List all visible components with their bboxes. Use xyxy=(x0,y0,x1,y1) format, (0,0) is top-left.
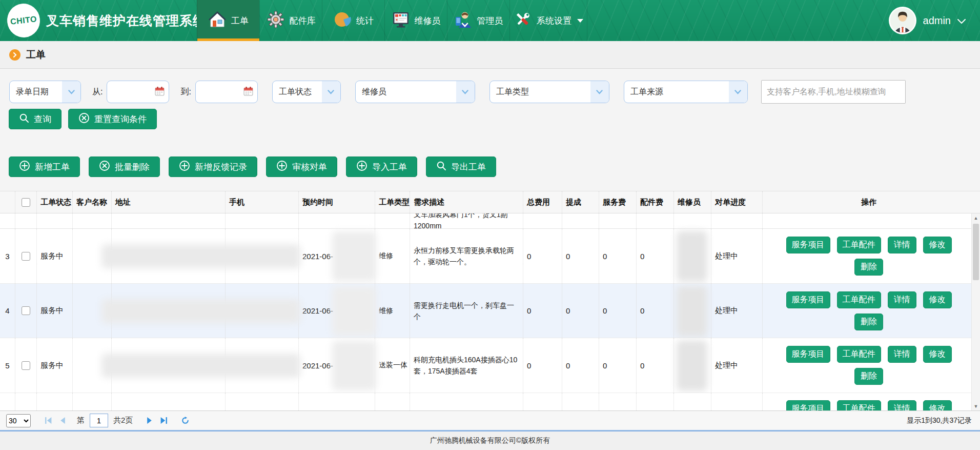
vertical-scrollbar[interactable]: ▲ ▼ xyxy=(971,213,980,410)
table-row: 5 服务中 2021-06- 送装一体 科朗充电机插头160A接插器心10套，1… xyxy=(0,338,980,393)
row-checkbox-cell xyxy=(15,284,37,338)
refresh-icon[interactable] xyxy=(178,414,192,427)
from-label: 从: xyxy=(92,87,103,97)
order-type: 维修 xyxy=(375,229,410,283)
order-parts-button[interactable]: 工单配件 xyxy=(837,291,881,308)
row-actions: 服务项目 工单配件 详情 修改 xyxy=(763,393,971,410)
description-text: 科朗充电机插头160A接插器心10套，175A接插器4套 xyxy=(414,352,523,379)
order-type-select[interactable]: 工单类型 xyxy=(489,81,609,103)
orders-table: 工单状态 客户名称 地址 手机 预约时间 工单类型 需求描述 总费用 提成 服务… xyxy=(0,191,980,410)
delete-button[interactable]: 删除 xyxy=(854,259,883,276)
description-cell: 需更换行走电机一个，刹车盘一个 xyxy=(410,284,523,338)
chito-logo: CHITO xyxy=(6,2,42,39)
calendar-icon xyxy=(243,86,253,98)
edit-button[interactable]: 修改 xyxy=(923,400,952,410)
search-icon xyxy=(19,113,29,126)
first-page-icon[interactable] xyxy=(41,414,55,427)
select-all-checkbox[interactable] xyxy=(22,198,30,207)
nav-tab-statistics[interactable]: 统计 xyxy=(322,0,384,41)
col-header-phone: 手机 xyxy=(226,191,299,213)
col-header-order-status: 工单状态 xyxy=(37,191,73,213)
copyright-text: 广州驰腾机械设备有限公司©版权所有 xyxy=(430,436,550,445)
service-items-button[interactable]: 服务项目 xyxy=(786,237,830,253)
date-to-input[interactable] xyxy=(195,81,258,103)
nav-tab-settings[interactable]: 系统设置 xyxy=(509,0,587,41)
page-number-input[interactable] xyxy=(90,414,108,427)
reset-filters-button[interactable]: 重置查询条件 xyxy=(68,109,157,129)
import-orders-button[interactable]: 导入工单 xyxy=(346,156,417,177)
button-label: 查询 xyxy=(34,113,51,125)
details-button[interactable]: 详情 xyxy=(888,400,916,410)
order-parts-button[interactable]: 工单配件 xyxy=(837,400,881,410)
edit-button[interactable]: 修改 xyxy=(923,237,952,253)
scroll-down-icon[interactable]: ▼ xyxy=(972,402,980,410)
delete-button[interactable]: 删除 xyxy=(854,368,883,385)
order-type: 维修 xyxy=(375,284,410,338)
details-button[interactable]: 详情 xyxy=(888,291,916,308)
order-source-select[interactable]: 工单来源 xyxy=(624,81,748,103)
phone-redacted xyxy=(226,229,299,283)
col-header-service-fee: 服务费 xyxy=(599,191,637,213)
appointment-date: 2021-06- xyxy=(299,229,375,283)
nav-tab-label: 系统设置 xyxy=(537,15,571,27)
export-orders-button[interactable]: 导出工单 xyxy=(426,156,496,177)
edit-button[interactable]: 修改 xyxy=(923,291,952,308)
nav-tab-technicians[interactable]: 维修员 xyxy=(384,0,447,41)
details-button[interactable]: 详情 xyxy=(888,346,916,363)
technician-select[interactable]: 维修员 xyxy=(355,81,475,103)
search-icon xyxy=(436,161,446,173)
breadcrumb-arrow-icon xyxy=(9,49,21,61)
user-menu[interactable]: admin xyxy=(889,0,980,41)
plus-circle-icon xyxy=(356,160,368,174)
scrollbar-thumb[interactable] xyxy=(973,224,979,280)
service-fee: 0 xyxy=(599,338,637,393)
search-button[interactable]: 查询 xyxy=(9,109,62,129)
filter-panel: 录单日期 从: 到: 工单状态 维修员 工单类型 工单来源 xyxy=(0,69,980,191)
service-items-button[interactable]: 服务项目 xyxy=(786,291,830,308)
nav-tab-parts[interactable]: 配件库 xyxy=(259,0,322,41)
col-header-parts-fee: 配件费 xyxy=(637,191,674,213)
scroll-up-icon[interactable]: ▲ xyxy=(972,213,980,222)
order-status: 服务中 xyxy=(37,229,73,283)
to-label: 到: xyxy=(180,87,191,97)
service-items-button[interactable]: 服务项目 xyxy=(786,346,830,363)
add-feedback-button[interactable]: 新增反馈记录 xyxy=(169,156,257,177)
nav-tab-work-orders[interactable]: 工单 xyxy=(197,0,259,41)
delete-button[interactable]: 删除 xyxy=(854,314,883,330)
date-from-input[interactable] xyxy=(107,81,169,103)
next-page-icon[interactable] xyxy=(142,414,156,427)
tools-icon xyxy=(514,10,532,31)
last-page-icon[interactable] xyxy=(156,414,171,427)
description-text: 永恒力前移叉车需更换承载轮两个，驱动轮一个。 xyxy=(414,243,523,269)
order-parts-button[interactable]: 工单配件 xyxy=(837,346,881,363)
order-parts-button[interactable]: 工单配件 xyxy=(837,237,881,253)
date-field-select[interactable]: 录单日期 xyxy=(9,81,81,103)
technician-redacted xyxy=(674,284,711,338)
edit-button[interactable]: 修改 xyxy=(923,346,952,363)
button-label: 批量删除 xyxy=(115,161,150,173)
add-order-button[interactable]: 新增工单 xyxy=(9,156,80,177)
brand: CHITO 叉车销售维护在线管理系统 xyxy=(0,0,197,41)
row-checkbox[interactable] xyxy=(22,361,30,370)
button-label: 新增反馈记录 xyxy=(195,161,247,173)
total-fee: 0 xyxy=(523,229,562,283)
total-pages-label: 共2页 xyxy=(113,416,133,425)
keyword-search-input[interactable] xyxy=(761,80,906,104)
batch-delete-button[interactable]: 批量删除 xyxy=(89,156,160,177)
service-fee: 0 xyxy=(599,229,637,283)
details-button[interactable]: 详情 xyxy=(888,237,916,253)
service-items-button[interactable]: 服务项目 xyxy=(786,400,830,410)
chevron-down-icon xyxy=(590,81,609,103)
order-status-select[interactable]: 工单状态 xyxy=(272,81,341,103)
app-title: 叉车销售维护在线管理系统 xyxy=(46,12,206,29)
appointment-date: 2021-06- xyxy=(299,338,375,393)
previous-page-icon[interactable] xyxy=(55,414,70,427)
nav-tab-admins[interactable]: 管理员 xyxy=(447,0,509,41)
button-label: 审核对单 xyxy=(292,161,327,173)
page-size-select[interactable]: 30 xyxy=(6,414,31,427)
row-checkbox[interactable] xyxy=(22,306,30,315)
review-order-button[interactable]: 审核对单 xyxy=(266,156,337,177)
row-checkbox[interactable] xyxy=(22,252,30,261)
col-header-progress: 对单进度 xyxy=(711,191,763,213)
button-label: 导出工单 xyxy=(451,161,486,173)
